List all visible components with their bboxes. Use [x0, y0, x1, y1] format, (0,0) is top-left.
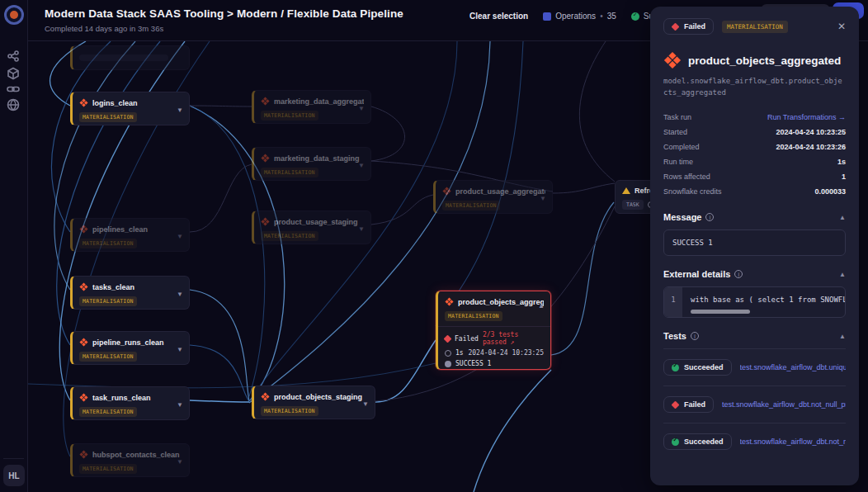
user-avatar[interactable]: HL — [3, 465, 25, 486]
dbt-icon — [261, 392, 270, 401]
clear-selection-button[interactable]: Clear selection — [469, 12, 528, 21]
materialisation-badge: MATERIALISATION — [442, 201, 500, 211]
node-product-objects-aggregated-selected[interactable]: product_objects_aggregated ▲ MATERIALISA… — [436, 291, 551, 370]
tests-summary-link[interactable]: 2/3 tests passed ↗ — [483, 331, 544, 346]
test-link[interactable]: test.snowflake_airflow_dbt.not_null_pr — [722, 400, 846, 409]
message-body: SUCCESS 1 — [663, 229, 846, 256]
node-product-usage-staging[interactable]: product_usage_staging ▼ MATERIALISATION — [252, 211, 371, 244]
panel-title: product_objects_aggregated — [688, 54, 841, 67]
operations-count: 35 — [607, 12, 616, 21]
node-status: Failed — [455, 335, 479, 343]
line-number: 1 — [664, 287, 682, 317]
dbt-icon — [261, 217, 270, 226]
test-row: Succeeded test.snowflake_airflow_dbt.not… — [663, 423, 846, 460]
node-message: SUCCESS 1 — [455, 360, 491, 367]
test-status-badge: Succeeded — [663, 359, 732, 376]
collapse-icon[interactable]: ▲ — [839, 333, 846, 340]
detail-label: Rows affected — [663, 173, 710, 181]
detail-row: Snowflake credits 0.000033 — [663, 184, 846, 199]
test-row: Failed test.snowflake_airflow_dbt.not_nu… — [663, 386, 846, 423]
chevron-down-icon[interactable]: ▼ — [177, 233, 183, 240]
chevron-down-icon[interactable]: ▼ — [177, 346, 183, 353]
node-title: marketing_data_staging — [274, 154, 364, 163]
node-marketing-data-aggregated[interactable]: marketing_data_aggregated ▼ MATERIALISAT… — [252, 90, 371, 124]
horizontal-scrollbar[interactable] — [691, 310, 750, 314]
materialisation-badge: MATERIALISATION — [445, 311, 502, 321]
globe-icon[interactable] — [7, 98, 21, 113]
info-icon[interactable]: i — [705, 213, 714, 221]
chevron-down-icon[interactable]: ▼ — [358, 225, 365, 233]
chevron-down-icon[interactable]: ▼ — [177, 291, 183, 298]
detail-row: Started 2024-04-24 10:23:25 — [663, 125, 846, 140]
chevron-up-icon[interactable]: ▲ — [538, 302, 545, 310]
chevron-down-icon[interactable]: ▼ — [177, 106, 183, 114]
details-list: Task run Run Transformations → Started 2… — [663, 110, 846, 199]
separator-dot: • — [600, 12, 603, 21]
page-subtitle: Completed 14 days ago in 3m 36s — [45, 24, 163, 33]
cube-icon[interactable] — [7, 67, 21, 82]
node-pipelines-clean[interactable]: pipelines_clean ▼ MATERIALISATION — [70, 218, 190, 252]
chevron-down-icon[interactable]: ▼ — [177, 401, 183, 409]
node-logins-clean[interactable]: logins_clean ▼ MATERIALISATION — [70, 92, 190, 125]
clock-icon — [445, 350, 451, 357]
collapse-icon[interactable]: ▲ — [839, 271, 846, 278]
detail-label: Started — [663, 128, 687, 136]
node-details-panel: Failed MATERIALISATION ✕ product_objects… — [650, 7, 859, 485]
node-hubspot-contacts-clean[interactable]: hubspot_contacts_clean ▼ MATERIALISATION — [70, 443, 190, 477]
info-icon[interactable]: i — [734, 270, 743, 278]
tests-list: Succeeded test.snowflake_airflow_dbt.uni… — [663, 349, 846, 460]
node-title: hubspot_contacts_clean — [92, 451, 182, 459]
chevron-down-icon[interactable]: ▼ — [540, 195, 546, 202]
orchestra-logo[interactable] — [4, 5, 24, 25]
dbt-icon — [442, 187, 451, 196]
failed-diamond-icon — [444, 334, 452, 343]
node-task-runs-clean[interactable]: task_runs_clean ▼ MATERIALISATION — [70, 386, 190, 420]
test-status-badge: Succeeded — [663, 433, 732, 450]
info-icon[interactable]: i — [691, 332, 699, 340]
external-details-code: 1 with base as ( select 1 from SNOWFLAKE — [663, 286, 846, 318]
materialisation-badge: MATERIALISATION — [79, 239, 137, 248]
test-link[interactable]: test.snowflake_airflow_dbt.unique_pro — [740, 363, 846, 371]
success-check-icon — [672, 364, 679, 371]
loading-bar — [79, 54, 168, 61]
test-status-label: Succeeded — [684, 438, 724, 446]
close-icon[interactable]: ✕ — [837, 21, 846, 32]
materialisation-badge: MATERIALISATION — [79, 407, 137, 417]
chevron-down-icon[interactable]: ▼ — [177, 458, 183, 466]
graph-icon[interactable] — [7, 50, 21, 64]
node-title: marketing_data_aggregated — [274, 97, 364, 106]
operations-filter[interactable]: Operations • 35 — [543, 12, 616, 21]
sql-code: with base as ( select 1 from SNOWFLAKE — [691, 296, 838, 304]
node-title: logins_clean — [92, 99, 182, 107]
model-path: model.snowflake_airflow_dbt.product_obje… — [663, 76, 846, 98]
chevron-down-icon[interactable]: ▼ — [358, 105, 365, 112]
task-run-link[interactable]: Run Transformations → — [767, 113, 846, 121]
chevron-down-icon[interactable]: ▼ — [358, 162, 365, 169]
collapse-icon[interactable]: ▲ — [839, 214, 846, 221]
detail-label: Completed — [663, 143, 700, 151]
dbt-icon — [663, 51, 682, 69]
detail-value: 0.000033 — [814, 187, 846, 196]
test-status-label: Failed — [684, 400, 705, 409]
detail-value: 2024-04-24 10:23:25 — [776, 128, 846, 136]
app-root: logins_clean ▼ MATERIALISATION marketing… — [0, 0, 868, 492]
test-status-label: Succeeded — [684, 363, 724, 371]
node-marketing-data-staging[interactable]: marketing_data_staging ▼ MATERIALISATION — [252, 147, 371, 181]
failed-diamond-icon — [672, 400, 680, 409]
node-timestamp: 2024-04-24 10:23:25 — [468, 349, 544, 357]
node-pipeline-runs-clean[interactable]: pipeline_runs_clean ▼ MATERIALISATION — [70, 331, 190, 365]
node-title: pipeline_runs_clean — [92, 338, 182, 347]
node-product-objects-staging[interactable]: product_objects_staging ▼ MATERIALISATIO… — [252, 386, 375, 419]
test-row: Succeeded test.snowflake_airflow_dbt.uni… — [663, 349, 846, 386]
link-icon[interactable] — [7, 83, 21, 97]
node-partial-top[interactable] — [70, 45, 190, 70]
materialisation-badge: MATERIALISATION — [79, 296, 137, 306]
success-check-icon — [631, 12, 639, 21]
section-title: Message — [663, 212, 701, 222]
test-link[interactable]: test.snowflake_airflow_dbt.not_null_pr — [740, 438, 846, 446]
warning-triangle-icon — [622, 187, 630, 194]
chevron-down-icon[interactable]: ▼ — [362, 400, 369, 408]
node-title: product_usage_staging — [274, 218, 364, 226]
node-tasks-clean[interactable]: tasks_clean ▼ MATERIALISATION — [70, 276, 190, 310]
node-product-usage-aggregated[interactable]: product_usage_aggregated ▼ MATERIALISATI… — [433, 180, 553, 214]
